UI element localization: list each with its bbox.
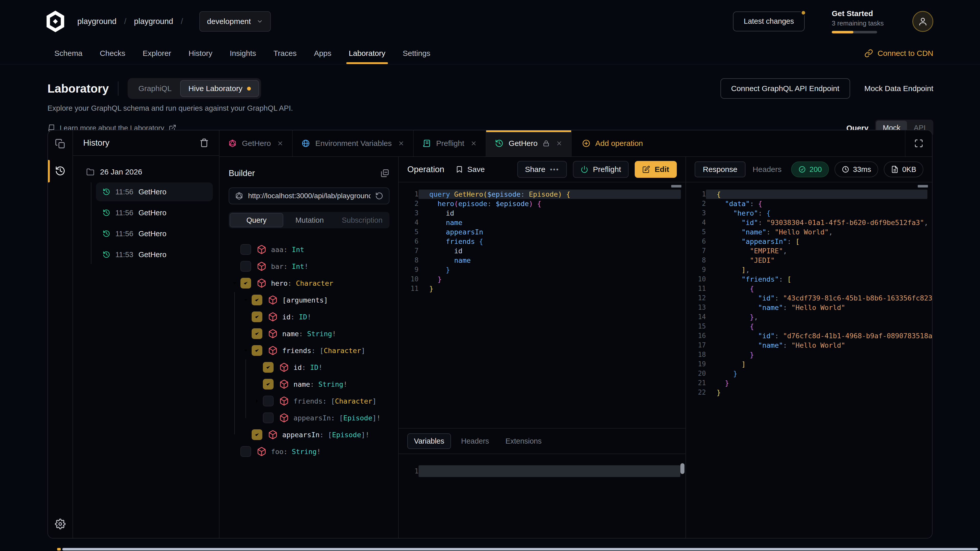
collections-icon[interactable] — [55, 138, 65, 149]
nav-tab-history[interactable]: History — [180, 43, 221, 64]
field-row-friends[interactable]: friends: [Character] — [229, 392, 390, 410]
history-item[interactable]: 11:56GetHero — [96, 183, 213, 201]
connect-graphql-endpoint-button[interactable]: Connect GraphQL API Endpoint — [721, 78, 850, 99]
mode-option-hive-laboratory[interactable]: Hive Laboratory — [180, 80, 259, 97]
scrollbar-thumb[interactable] — [680, 463, 684, 474]
share-button[interactable]: Share ••• — [517, 161, 567, 178]
field-row-hero[interactable]: hero: Character — [229, 275, 390, 292]
type-cube-icon — [279, 413, 289, 423]
tab-mutation[interactable]: Mutation — [283, 213, 336, 227]
field-row-id[interactable]: id: ID! — [229, 359, 390, 376]
breadcrumb-project[interactable]: playground — [134, 17, 173, 26]
person-icon — [918, 17, 928, 26]
field-row-appearsIn[interactable]: appearsIn: [Episode]! — [229, 410, 390, 426]
connect-to-cdn-link[interactable]: Connect to CDN — [864, 43, 933, 64]
history-date-group[interactable]: 26 Jan 2026 — [86, 168, 213, 176]
operation-tab-preflight[interactable]: Preflight — [414, 130, 486, 156]
chevron-down-icon[interactable] — [229, 279, 240, 287]
scrollbar-accent — [57, 548, 61, 551]
history-item-time: 11:56 — [115, 230, 133, 238]
chevron-down-icon[interactable] — [240, 347, 251, 354]
trash-icon[interactable] — [200, 138, 209, 148]
operation-title: Operation — [407, 165, 444, 174]
avatar[interactable] — [912, 11, 933, 32]
chevron-down-icon[interactable] — [240, 296, 251, 304]
tab-query[interactable]: Query — [230, 213, 283, 227]
field-row-id[interactable]: id: ID! — [229, 308, 390, 325]
breadcrumb-org[interactable]: playground — [77, 17, 116, 26]
field-checkbox[interactable] — [263, 362, 274, 373]
tab-headers[interactable]: Headers — [746, 162, 789, 177]
history-item[interactable]: 11:56GetHero — [96, 203, 213, 222]
field-checkbox[interactable] — [263, 395, 274, 407]
save-button[interactable]: Save — [455, 165, 485, 174]
variables-tab-variables[interactable]: Variables — [407, 433, 451, 449]
add-operation-button[interactable]: Add operation — [572, 130, 653, 156]
code-line: 13 "name": "Hello World" — [686, 303, 932, 312]
field-row-aaa[interactable]: aaa: Int — [229, 241, 390, 258]
field-row-bar[interactable]: bar: Int! — [229, 258, 390, 275]
field-checkbox[interactable] — [263, 413, 274, 423]
field-checkbox[interactable] — [251, 311, 262, 322]
endpoint-url-input[interactable]: http://localhost:3000/api/lab/playground — [229, 187, 390, 204]
nav-tab-insights[interactable]: Insights — [221, 43, 265, 64]
code-text: "name": "Hello World" — [706, 303, 928, 312]
field-row-friends[interactable]: friends: [Character] — [229, 342, 390, 359]
field-checkbox[interactable] — [251, 429, 262, 440]
mock-data-endpoint-button[interactable]: Mock Data Endpoint — [864, 84, 933, 93]
field-row-name[interactable]: name: String! — [229, 376, 390, 392]
refresh-icon[interactable] — [375, 192, 383, 200]
field-checkbox[interactable] — [240, 261, 251, 272]
chevron-placeholder — [240, 431, 251, 438]
preflight-button[interactable]: Preflight — [573, 161, 628, 178]
variables-editor[interactable]: 1 — [399, 454, 686, 538]
tab-subscription[interactable]: Subscription — [336, 213, 388, 227]
field-row-arguments[interactable]: [arguments] — [229, 292, 390, 308]
nav-tab-checks[interactable]: Checks — [91, 43, 134, 64]
nav-tab-schema[interactable]: Schema — [46, 43, 91, 64]
collapse-panel-icon[interactable] — [380, 168, 390, 178]
nav-tab-settings[interactable]: Settings — [394, 43, 439, 64]
nav-tab-explorer[interactable]: Explorer — [134, 43, 180, 64]
chevron-right-icon[interactable] — [251, 397, 263, 405]
fullscreen-button[interactable] — [905, 130, 932, 156]
operation-tab-gethero[interactable]: GetHero — [486, 130, 572, 156]
hive-logo-icon[interactable] — [44, 10, 67, 33]
nav-tab-traces[interactable]: Traces — [265, 43, 305, 64]
field-checkbox[interactable] — [240, 446, 251, 457]
gear-icon[interactable] — [55, 519, 65, 529]
operation-tab-environment-variables[interactable]: Environment Variables — [293, 130, 414, 156]
history-item[interactable]: 11:53GetHero — [96, 245, 213, 264]
code-text: "name": "Hello World" — [706, 341, 928, 350]
history-panel-title: History — [83, 138, 110, 148]
response-viewer[interactable]: 1{2 "data": {3 "hero": {4 "id": "9303830… — [686, 183, 932, 538]
field-checkbox[interactable] — [251, 295, 262, 305]
code-text: "hero": { — [706, 208, 928, 218]
nav-tab-laboratory[interactable]: Laboratory — [340, 43, 394, 64]
nav-tab-apps[interactable]: Apps — [305, 43, 340, 64]
tab-response[interactable]: Response — [695, 162, 746, 177]
edit-button[interactable]: Edit — [635, 161, 677, 178]
environment-selector[interactable]: development — [199, 11, 271, 32]
latest-changes-button[interactable]: Latest changes — [733, 11, 805, 32]
field-label: appearsIn: [Episode]! — [282, 431, 369, 439]
line-number: 17 — [686, 341, 706, 350]
field-checkbox[interactable] — [251, 328, 262, 339]
field-checkbox[interactable] — [240, 244, 251, 255]
field-checkbox[interactable] — [263, 379, 274, 389]
field-checkbox[interactable] — [240, 278, 251, 289]
get-started-widget[interactable]: Get Started 3 remaining tasks — [832, 9, 888, 33]
operation-tab-gethero[interactable]: GetHero — [220, 130, 293, 156]
query-editor[interactable]: 1query GetHero($episode: Episode) {2 her… — [399, 183, 686, 428]
history-item[interactable]: 11:56GetHero — [96, 224, 213, 243]
variables-tab-headers[interactable]: Headers — [455, 434, 495, 448]
mode-option-graphiql[interactable]: GraphiQL — [130, 84, 180, 93]
field-row-appearsIn[interactable]: appearsIn: [Episode]! — [229, 426, 390, 443]
scrollbar-thumb[interactable] — [62, 548, 978, 551]
field-row-foo[interactable]: foo: String! — [229, 443, 390, 460]
variables-tabs: VariablesHeadersExtensions — [399, 429, 686, 454]
variables-tab-extensions[interactable]: Extensions — [499, 434, 548, 448]
history-icon[interactable] — [55, 165, 65, 176]
field-checkbox[interactable] — [251, 345, 262, 356]
field-row-name[interactable]: name: String! — [229, 325, 390, 342]
